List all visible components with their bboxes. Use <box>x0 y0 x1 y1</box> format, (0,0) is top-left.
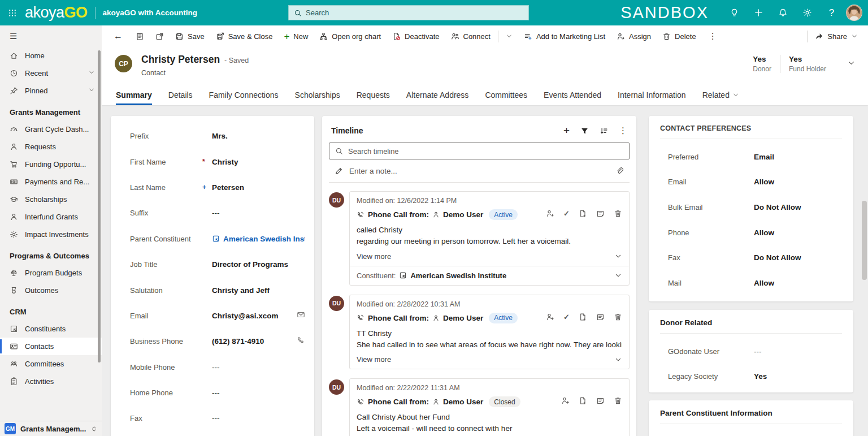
field-value[interactable]: --- <box>212 388 220 397</box>
sidebar-item-outcomes[interactable]: Outcomes <box>0 282 102 299</box>
popout-button[interactable] <box>150 28 170 44</box>
tab-family-connections[interactable]: Family Connections <box>209 90 279 105</box>
trash-icon[interactable] <box>614 209 622 218</box>
paperclip-icon[interactable] <box>615 167 624 175</box>
sidebar-item-constituents[interactable]: Constituents <box>0 320 102 338</box>
field-value[interactable]: Email <box>754 153 774 161</box>
field-value[interactable]: Allow <box>754 279 774 287</box>
connect-button[interactable]: Connect <box>445 28 496 44</box>
assign-icon[interactable] <box>546 209 554 218</box>
sidebar-item-pinned[interactable]: Pinned <box>0 82 102 100</box>
global-search-box[interactable] <box>288 5 529 20</box>
sidebar-item-impact-investments[interactable]: Impact Investments <box>0 226 102 243</box>
parent-constituent-link[interactable]: American Swedish Inst... <box>212 235 305 243</box>
add-to-marketing-list-button[interactable]: Add to Marketing List <box>518 28 611 44</box>
chevron-down-icon[interactable] <box>88 69 95 77</box>
enter-note-field[interactable]: Enter a note... <box>329 159 630 183</box>
sort-icon[interactable] <box>600 127 608 135</box>
notifications-button[interactable] <box>771 0 795 25</box>
filter-icon[interactable] <box>580 127 589 135</box>
tab-committees[interactable]: Committees <box>485 90 527 105</box>
send-email-button[interactable] <box>297 310 305 321</box>
command-overflow-button[interactable]: ⋮ <box>702 28 724 44</box>
convert-document-icon[interactable] <box>579 313 587 321</box>
field-value[interactable]: Mrs. <box>212 132 228 140</box>
area-switcher[interactable]: GM Grants Managem... <box>0 421 102 436</box>
timeline-search-input[interactable] <box>348 147 623 156</box>
sidebar-collapse-button[interactable]: ☰ <box>0 25 102 47</box>
user-avatar[interactable] <box>846 5 862 21</box>
global-search-input[interactable] <box>306 8 523 17</box>
field-value[interactable]: (612) 871-4910 <box>212 337 264 346</box>
settings-button[interactable] <box>795 0 819 25</box>
sidebar-item-recent[interactable]: Recent <box>0 64 102 82</box>
save-and-close-button[interactable]: Save & Close <box>210 28 279 44</box>
timeline-entry-card[interactable]: Modified on: 12/6/2022 1:14 PM Phone Cal… <box>349 191 630 286</box>
field-value[interactable]: Petersen <box>212 183 244 192</box>
note-icon[interactable] <box>596 396 605 405</box>
main-scrollbar-thumb[interactable] <box>862 201 867 280</box>
sidebar-item-committees[interactable]: Committees <box>0 355 102 373</box>
note-icon[interactable] <box>596 209 605 218</box>
header-expand-button[interactable] <box>847 59 856 70</box>
field-value[interactable]: --- <box>212 414 220 422</box>
assign-icon[interactable] <box>561 396 570 405</box>
field-value[interactable]: Yes <box>754 372 767 381</box>
field-value[interactable]: Director of Programs <box>212 260 288 269</box>
timeline-entry-card[interactable]: Modified on: 2/22/2022 11:31 AM Phone Ca… <box>349 378 630 436</box>
field-value[interactable]: --- <box>212 209 220 217</box>
open-org-chart-button[interactable]: Open org chart <box>314 28 387 44</box>
trash-icon[interactable] <box>614 396 622 405</box>
save-button[interactable]: Save <box>170 28 210 44</box>
field-value[interactable]: --- <box>212 363 220 372</box>
sidebar-item-scholarships[interactable]: Scholarships <box>0 191 102 208</box>
field-value[interactable]: Allow <box>754 178 774 186</box>
field-value[interactable]: Christy@asi.xcom <box>212 312 278 320</box>
lightbulb-button[interactable] <box>722 0 747 25</box>
view-more-button[interactable]: View more <box>357 252 622 266</box>
focused-view-button[interactable] <box>130 28 150 44</box>
sidebar-item-grant-cycle-dashboard[interactable]: Grant Cycle Dash... <box>0 120 102 138</box>
timeline-search-box[interactable] <box>329 143 630 159</box>
share-button[interactable]: Share <box>809 28 863 44</box>
convert-document-icon[interactable] <box>579 396 587 405</box>
timeline-entry-card[interactable]: Modified on: 2/28/2022 10:31 AM Phone Ca… <box>349 295 630 370</box>
header-field-fund-holder[interactable]: Yes Fund Holder <box>780 55 835 73</box>
assign-button[interactable]: Assign <box>611 28 657 44</box>
field-value[interactable]: Christy <box>212 158 238 166</box>
tab-related[interactable]: Related <box>702 90 739 105</box>
chevron-down-icon[interactable] <box>88 87 95 95</box>
sidebar-item-contacts[interactable]: Contacts <box>0 338 102 355</box>
quick-create-button[interactable] <box>747 0 771 25</box>
sidebar-item-activities[interactable]: Activities <box>0 373 102 390</box>
view-more-button[interactable]: View more <box>357 355 622 369</box>
field-value[interactable]: Do Not Allow <box>754 253 801 262</box>
deactivate-button[interactable]: Deactivate <box>387 28 445 44</box>
delete-button[interactable]: Delete <box>657 28 702 44</box>
sidebar-item-requests[interactable]: Requests <box>0 138 102 156</box>
tab-events-attended[interactable]: Events Attended <box>544 90 601 105</box>
tab-scholarships[interactable]: Scholarships <box>295 90 340 105</box>
sidebar-item-home[interactable]: Home <box>0 47 102 64</box>
tab-requests[interactable]: Requests <box>357 90 390 105</box>
help-button[interactable]: ? <box>819 0 844 25</box>
tab-alternate-address[interactable]: Alternate Address <box>406 90 469 105</box>
field-value[interactable]: Christy and Jeff <box>212 286 270 295</box>
sidebar-scrollbar-thumb[interactable] <box>98 50 101 362</box>
connect-dropdown-button[interactable] <box>500 28 518 44</box>
back-button[interactable]: ← <box>106 28 130 44</box>
trash-icon[interactable] <box>614 313 622 321</box>
create-timeline-record-button[interactable]: + <box>563 124 570 137</box>
timeline-more-button[interactable]: ⋮ <box>619 126 627 136</box>
note-icon[interactable] <box>596 313 605 321</box>
field-value[interactable]: Do Not Allow <box>754 203 801 211</box>
field-value[interactable]: Allow <box>754 228 774 237</box>
sidebar-item-payments[interactable]: Payments and Re... <box>0 173 102 191</box>
tab-summary[interactable]: Summary <box>116 90 152 105</box>
header-field-donor[interactable]: Yes Donor <box>744 55 780 73</box>
convert-document-icon[interactable] <box>579 209 587 218</box>
mark-complete-icon[interactable]: ✓ <box>563 209 570 218</box>
sidebar-item-interfund-grants[interactable]: Interfund Grants <box>0 208 102 226</box>
entry-constituent-footer[interactable]: Constituent: American Swedish Institute <box>350 266 629 285</box>
call-phone-button[interactable] <box>297 336 305 347</box>
